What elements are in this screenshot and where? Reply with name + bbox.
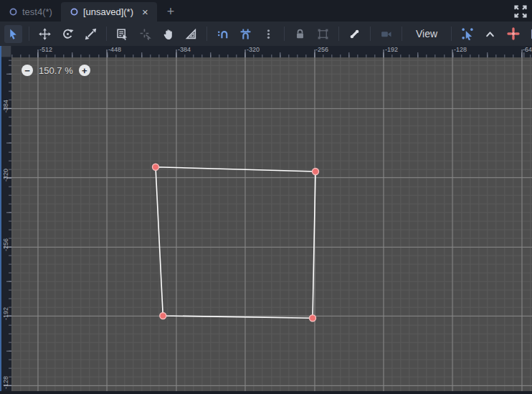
ruler-label: -256 xyxy=(315,46,328,53)
lock-toggle-button[interactable] xyxy=(291,25,309,43)
view-menu-button[interactable]: View xyxy=(409,26,445,42)
list-select-tool-button[interactable] xyxy=(113,25,131,43)
select-tool-button[interactable] xyxy=(4,25,22,43)
rotate-icon xyxy=(62,28,74,40)
ruler-label: -448 xyxy=(108,46,121,53)
snap-options-menu-button[interactable] xyxy=(260,25,277,43)
zoom-level-value[interactable]: 150.7 % xyxy=(39,65,73,76)
ruler-tool-button[interactable] xyxy=(182,25,200,43)
create-polygon-tool-button[interactable] xyxy=(527,25,532,43)
select-arrow-icon xyxy=(7,28,19,40)
ruler-label: -192 xyxy=(0,302,11,325)
polygon-vertex-handle[interactable] xyxy=(153,164,159,170)
toolbar-separator xyxy=(370,27,371,41)
snap-pixel-tool-button[interactable] xyxy=(136,25,154,43)
polygon-vertex-handle[interactable] xyxy=(160,313,166,319)
group-toggle-button[interactable] xyxy=(314,25,332,43)
ruler-label: -320 xyxy=(247,46,260,53)
add-point-crosshair-icon xyxy=(507,27,520,40)
scene-tab-unsaved[interactable]: [unsaved](*) × xyxy=(61,2,157,22)
scene-circle-icon xyxy=(70,7,79,17)
grid-snap-toggle-button[interactable] xyxy=(237,25,255,43)
camera-override-button[interactable] xyxy=(377,25,395,43)
add-point-tool-button[interactable] xyxy=(504,25,522,43)
pan-tool-button[interactable] xyxy=(159,25,177,43)
vertical-ruler[interactable]: -384 -320 -256 -192 -128 xyxy=(0,57,11,391)
ruler-label: -64 xyxy=(523,46,532,53)
list-select-icon xyxy=(116,28,128,40)
edit-points-tool-button[interactable] xyxy=(458,25,476,43)
scene-tab-bar: test4(*) [unsaved](*) × + xyxy=(0,0,532,22)
ruler-label: -384 xyxy=(178,46,191,53)
toolbar-separator xyxy=(284,27,285,41)
collapse-chevron-button[interactable] xyxy=(481,25,499,43)
vertical-dots-icon xyxy=(262,28,275,40)
move-icon xyxy=(39,28,51,40)
pixel-snap-cursor-icon xyxy=(139,28,151,40)
godot-2d-editor-window: test4(*) [unsaved](*) × + xyxy=(0,0,532,394)
scene-tab-label: test4(*) xyxy=(22,6,52,17)
lock-icon xyxy=(294,28,306,40)
toolbar-separator xyxy=(451,27,452,41)
scale-icon xyxy=(85,28,97,40)
polygon-overlay xyxy=(11,57,532,391)
ruler-corner xyxy=(0,46,11,57)
ruler-label: -192 xyxy=(385,46,398,53)
edit-points-icon xyxy=(461,27,474,40)
smart-snap-toggle-button[interactable] xyxy=(214,25,232,43)
grid-snap-icon xyxy=(239,28,252,40)
ruler-label: -128 xyxy=(0,371,11,391)
zoom-out-button[interactable]: − xyxy=(22,65,33,76)
polygon-vertex-handle[interactable] xyxy=(313,169,319,175)
toolbar-separator xyxy=(106,27,107,41)
scene-tab-test4[interactable]: test4(*) xyxy=(0,2,61,22)
zoom-widget: − 150.7 % + xyxy=(22,65,90,76)
ruler-triangle-icon xyxy=(185,28,197,40)
expand-arrows-icon[interactable] xyxy=(513,4,528,19)
pan-hand-icon xyxy=(162,28,174,40)
camera-icon xyxy=(380,28,392,40)
chevron-up-icon xyxy=(484,28,496,40)
group-icon xyxy=(317,28,329,40)
viewport-focus-border xyxy=(0,46,1,391)
toolbar-separator xyxy=(206,27,207,41)
ruler-label: -320 xyxy=(0,164,11,187)
ruler-label: -256 xyxy=(0,233,11,256)
skeleton-bone-menu-button[interactable] xyxy=(346,25,364,43)
horizontal-ruler[interactable]: -512 -448 -384 -320 -256 -192 -128 -64 xyxy=(11,46,532,57)
scale-tool-button[interactable] xyxy=(82,25,100,43)
close-tab-icon[interactable]: × xyxy=(142,6,148,17)
toolbar-separator xyxy=(402,27,402,41)
toolbar-separator xyxy=(338,27,339,41)
scene-circle-icon xyxy=(9,7,18,17)
toolbar-separator xyxy=(29,27,29,41)
move-tool-button[interactable] xyxy=(36,25,54,43)
rotate-tool-button[interactable] xyxy=(59,25,77,43)
scene-tab-label: [unsaved](*) xyxy=(83,6,133,17)
zoom-in-button[interactable]: + xyxy=(79,65,90,76)
bottom-edge xyxy=(0,391,532,394)
bone-icon xyxy=(348,28,361,40)
canvas-viewport[interactable]: − 150.7 % + xyxy=(11,57,532,391)
polygon-vertex-handle[interactable] xyxy=(310,315,316,322)
canvas-toolbar: View xyxy=(0,22,532,46)
add-scene-tab-button[interactable]: + xyxy=(164,2,178,22)
ruler-label: -128 xyxy=(454,46,467,53)
polygon-outline[interactable] xyxy=(156,167,315,319)
ruler-label: -384 xyxy=(0,95,11,118)
ruler-label: -512 xyxy=(39,46,52,53)
smart-snap-magnet-icon xyxy=(217,28,229,40)
